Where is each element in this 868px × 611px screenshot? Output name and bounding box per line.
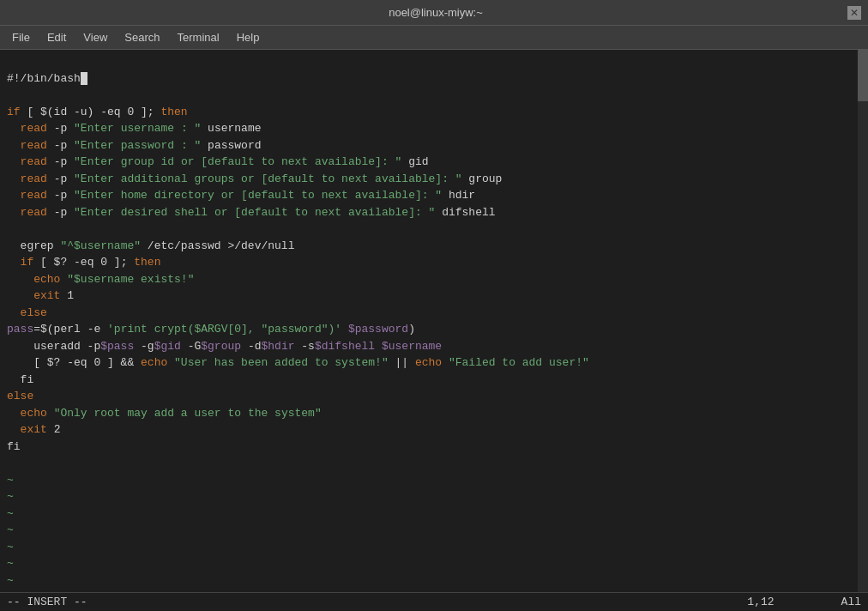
menu-item-help[interactable]: Help <box>228 27 268 47</box>
window-title: noel@linux-miyw:~ <box>24 6 847 19</box>
menu-item-file[interactable]: File <box>3 27 39 47</box>
cursor-position: 1,12 All <box>747 596 861 608</box>
scrollbar[interactable] <box>858 50 868 592</box>
menu-item-search[interactable]: Search <box>116 27 168 47</box>
scrollbar-thumb[interactable] <box>858 50 868 101</box>
editor: #!/bin/bash if [ $(id -u) -eq 0 ]; then … <box>0 50 868 592</box>
menu-item-edit[interactable]: Edit <box>39 27 75 47</box>
titlebar: noel@linux-miyw:~ ✕ <box>0 0 868 26</box>
statusbar: -- INSERT -- 1,12 All <box>0 592 868 611</box>
menu-item-view[interactable]: View <box>75 27 116 47</box>
menu-item-terminal[interactable]: Terminal <box>169 27 228 47</box>
insert-mode: -- INSERT -- <box>7 596 87 608</box>
editor-content[interactable]: #!/bin/bash if [ $(id -u) -eq 0 ]; then … <box>0 50 858 592</box>
menubar: FileEditViewSearchTerminalHelp <box>0 26 868 50</box>
close-button[interactable]: ✕ <box>847 6 861 20</box>
